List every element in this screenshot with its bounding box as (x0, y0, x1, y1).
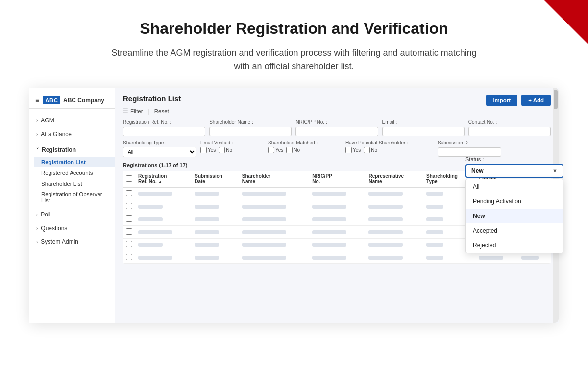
hamburger-icon[interactable]: ≡ (35, 96, 39, 104)
status-select-box[interactable]: New ▼ (466, 164, 564, 178)
email-verified-yes-label[interactable]: Yes (200, 147, 216, 153)
filter-label-potential-shareholder: Have Potential Shareholder : (345, 140, 434, 145)
page-subtitle: Streamline the AGM registration and veri… (103, 47, 485, 73)
reset-button[interactable]: Reset (154, 108, 169, 114)
filter-select-shareholding-type[interactable]: All Individual Corporate (123, 147, 196, 157)
cell-representative-name (368, 205, 403, 209)
chevron-right-icon: › (36, 132, 38, 137)
filter-label-contact: Contact No. : (468, 119, 551, 125)
row-checkbox[interactable] (126, 215, 132, 222)
row-checkbox[interactable] (126, 203, 132, 209)
cell-representative-name (368, 192, 403, 196)
cell-representative-name (368, 243, 403, 247)
chevron-right-icon: › (36, 239, 38, 245)
cell-submission-date (195, 205, 219, 209)
shareholder-matched-no-checkbox[interactable] (286, 147, 293, 153)
email-verified-no-checkbox[interactable] (219, 147, 225, 153)
col-submission-date-header: SubmissionDate (192, 171, 239, 187)
filter-input-shareholder-name[interactable] (209, 127, 292, 136)
corner-decoration (544, 0, 588, 44)
cell-submission-date (195, 217, 219, 221)
filter-field-submission-date: Submission D (438, 140, 501, 157)
header-section: Shareholder Registration and Verificatio… (0, 0, 588, 88)
filter-field-email: Email : (382, 119, 465, 136)
cell-shareholding-type (426, 205, 443, 209)
potential-shareholder-no-label[interactable]: No (364, 147, 377, 153)
sidebar-item-at-a-glance[interactable]: › At a Glance (29, 127, 115, 141)
filter-input-contact[interactable] (468, 127, 551, 136)
sidebar-section-label-registration: Registration (42, 146, 76, 153)
filter-input-ref-no[interactable] (123, 127, 205, 136)
row-checkbox[interactable] (126, 254, 132, 260)
status-label: Status : (466, 156, 564, 162)
filter-input-email[interactable] (382, 127, 465, 136)
status-option-pending-activation[interactable]: Pending Activation (466, 194, 563, 209)
status-option-accepted[interactable]: Accepted (466, 223, 563, 238)
cell-representative-name (368, 230, 403, 234)
sidebar-nav: › AGM › At a Glance ˅ Registration Regis… (29, 112, 115, 251)
cell-nric (312, 217, 346, 221)
filter-input-nric[interactable] (295, 127, 378, 136)
scroll-thumb (554, 90, 558, 109)
cell-nric (312, 256, 346, 260)
select-all-checkbox[interactable] (126, 175, 132, 182)
cell-email-verif (521, 256, 539, 260)
filter-button[interactable]: ☰ Filter (123, 108, 143, 115)
cell-shareholder-name (242, 217, 286, 221)
email-verified-yes-checkbox[interactable] (200, 147, 207, 153)
cell-representative-name (368, 256, 403, 260)
status-option-new[interactable]: New (466, 209, 563, 223)
sidebar-sub-item-shareholder-list[interactable]: Shareholder List (34, 178, 115, 189)
cell-nric (312, 192, 346, 196)
sidebar-item-system-admin[interactable]: › System Admin (29, 235, 115, 249)
sidebar-sub-item-registered-accounts[interactable]: Registered Accounts (34, 167, 115, 178)
row-checkbox[interactable] (126, 241, 132, 247)
status-option-rejected[interactable]: Rejected (466, 238, 563, 253)
shareholder-matched-yes-checkbox[interactable] (268, 147, 274, 153)
shareholder-matched-no-label[interactable]: No (286, 147, 300, 153)
filter-field-shareholder-name: Shareholder Name : (209, 119, 292, 136)
import-button[interactable]: Import (486, 95, 517, 106)
filter-radio-email-verified: Yes No (200, 147, 264, 155)
chevron-right-icon: › (36, 226, 38, 231)
sidebar-sub-item-registration-list[interactable]: Registration List (34, 157, 115, 167)
chevron-right-icon: › (36, 118, 38, 123)
cell-shareholding-type (426, 256, 443, 260)
status-option-all[interactable]: All (466, 179, 563, 194)
row-checkbox[interactable] (126, 190, 132, 196)
sidebar-item-poll[interactable]: › Poll (29, 208, 115, 221)
toolbar: ☰ Filter | Reset (123, 108, 551, 115)
filter-form-row1: Registration Ref. No. : Shareholder Name… (123, 119, 551, 136)
potential-shareholder-no-checkbox[interactable] (364, 147, 370, 153)
filter-icon: ☰ (123, 108, 128, 115)
shareholder-matched-yes-label[interactable]: Yes (268, 147, 283, 153)
filter-form-row2: Shareholding Type : All Individual Corpo… (123, 140, 551, 157)
filter-input-submission-date[interactable] (438, 147, 501, 157)
sidebar-sub-item-observer-list[interactable]: Registration of Observer List (34, 189, 115, 206)
sidebar-item-questions[interactable]: › Questions (29, 221, 115, 235)
row-checkbox[interactable] (126, 228, 132, 235)
sidebar-item-agm[interactable]: › AGM (29, 114, 115, 127)
cell-ref-no (138, 243, 163, 247)
cell-ref-no (138, 256, 172, 260)
cell-submission-date (195, 243, 219, 247)
cell-representative-name (368, 217, 403, 221)
sidebar-item-registration[interactable]: ˅ Registration (29, 143, 115, 157)
cell-shareholding-type (426, 217, 443, 221)
sidebar: ≡ ABC ABC Company › AGM › At a Glance ˅ … (29, 88, 115, 323)
add-button[interactable]: + Add (521, 95, 551, 106)
page-title: Shareholder Registration and Verificatio… (39, 20, 549, 38)
cell-ref-no (138, 192, 172, 196)
potential-shareholder-yes-checkbox[interactable] (345, 147, 352, 153)
cell-shareholding-type (426, 230, 443, 234)
email-verified-no-label[interactable]: No (219, 147, 232, 153)
status-selected-value: New (471, 167, 484, 174)
cell-submission-date (195, 230, 219, 234)
chevron-down-icon: ▼ (552, 168, 558, 174)
filter-field-nric: NRIC/PP No. : (295, 119, 378, 136)
sidebar-item-label-system-admin: System Admin (41, 239, 78, 245)
potential-shareholder-yes-label[interactable]: Yes (345, 147, 361, 153)
logo-badge: ABC (43, 96, 60, 104)
filter-label-shareholder-name: Shareholder Name : (209, 119, 292, 125)
app-mockup: ≡ ABC ABC Company › AGM › At a Glance ˅ … (29, 88, 559, 323)
